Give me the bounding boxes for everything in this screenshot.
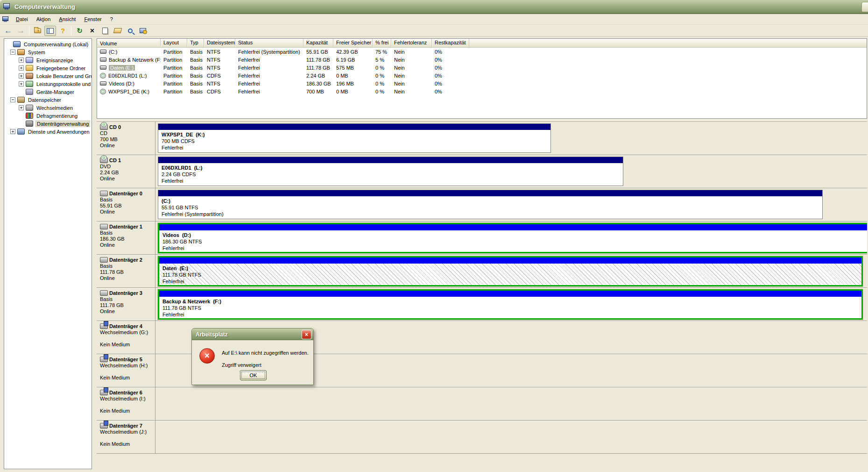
properties-icon (102, 28, 108, 34)
services-icon (17, 129, 25, 135)
disk-graphical-pane: CD 0 CD700 MBOnline WXPSP1_DE (K:)700 MB… (97, 122, 867, 470)
column-header-fehlertoleranz[interactable]: Fehlertoleranz (391, 39, 432, 47)
close-icon: × (305, 331, 308, 338)
ok-button[interactable]: OK (240, 370, 267, 380)
partition-c[interactable]: (C:)55.91 GB NTFSFehlerfrei (Systemparti… (158, 190, 823, 219)
partition-wxpsp1-de[interactable]: WXPSP1_DE (K:)700 MB CDFSFehlerfrei (158, 123, 551, 153)
disk-row-3: Datenträger 3 Basis111.78 GBOnline Backu… (97, 288, 867, 321)
collapse-icon[interactable] (10, 50, 15, 55)
window-titlebar[interactable]: Computerverwaltung (0, 0, 868, 14)
disk-label-2[interactable]: Datenträger 2 Basis111.78 GBOnline (97, 255, 155, 287)
expand-icon[interactable] (19, 105, 24, 110)
expand-icon[interactable] (19, 65, 24, 71)
toolbar: ← → ↑ ? ↻ × (0, 25, 868, 37)
column-header-freier-speicher[interactable]: Freier Speicher (333, 39, 373, 47)
table-row-volume-l[interactable]: E06DXLRD1 (L:) PartitionBasisCDFSFehlerf… (97, 72, 867, 79)
expand-icon[interactable] (10, 129, 15, 134)
forward-button[interactable]: → (15, 26, 27, 36)
column-header-layout[interactable]: Layout (161, 39, 187, 47)
partition-e06dxlrd1[interactable]: E06DXLRD1 (L:)2.24 GB CDFSFehlerfrei (158, 157, 623, 186)
column-header-dateisystem[interactable]: Dateisystem (204, 39, 235, 47)
refresh-button[interactable]: ↻ (74, 26, 85, 36)
disk-row-cd1: CD 1 DVD2.24 GBOnline E06DXLRD1 (L:)2.24… (97, 155, 867, 188)
tree-item-ereignisanzeige[interactable]: Ereignisanzeige (4, 56, 92, 64)
menu-datei[interactable]: Datei (12, 14, 32, 24)
manage-button[interactable] (137, 26, 148, 36)
disk-label-6[interactable]: Datenträger 6 Wechselmedium (I:)Kein Med… (97, 387, 155, 420)
menu-ansicht[interactable]: Ansicht (55, 14, 80, 24)
search-button[interactable] (124, 26, 136, 36)
disk-label-cd1[interactable]: CD 1 DVD2.24 GBOnline (97, 155, 155, 188)
partition-videos-d[interactable]: Videos (D:)186.30 GB NTFSFehlerfrei (158, 223, 867, 253)
caption-button-partial[interactable] (861, 2, 868, 12)
disk-icon (100, 50, 106, 54)
tree-item-freigegebene-ordner[interactable]: Freigegebene Ordner (4, 64, 92, 72)
partition-backup-f[interactable]: Backup & Netzwerk (F:)111.78 GB NTFSFehl… (158, 289, 863, 320)
disk-drive-icon (100, 290, 108, 296)
partition-daten-e-selected[interactable]: Daten (E:)111.78 GB NTFSFehlerfrei (158, 256, 863, 286)
expand-icon[interactable] (19, 81, 24, 86)
disk-management-icon (26, 121, 33, 127)
table-row-volume-k[interactable]: WXPSP1_DE (K:) PartitionBasisCDFSFehlerf… (97, 87, 867, 95)
logical-drive-band (159, 257, 861, 264)
disk-icon (100, 81, 106, 86)
show-console-tree-button[interactable] (44, 26, 56, 36)
toolbar-separator (71, 27, 71, 35)
primary-partition-band (158, 190, 822, 196)
tree-item-datenspeicher[interactable]: Datenspeicher (4, 96, 92, 104)
error-dialog: Arbeitsplatz × × Auf E:\ kann nicht zuge… (191, 328, 314, 385)
delete-button[interactable]: × (86, 26, 98, 36)
device-manager-icon (26, 89, 33, 95)
dialog-message-line2: Zugriff verweigert (222, 362, 261, 368)
disk-label-5[interactable]: Datenträger 5 Wechselmedium (H:)Kein Med… (97, 354, 155, 387)
close-button[interactable]: × (302, 330, 311, 339)
properties-button[interactable] (99, 26, 111, 36)
table-row-volume-c[interactable]: (C:) PartitionBasisNTFSFehlerfrei (Syste… (97, 48, 867, 56)
table-row-volume-f[interactable]: Backup & Netzwerk (F:) PartitionBasisNTF… (97, 56, 867, 64)
tree-item-datentraegerverwaltung[interactable]: Datenträgerverwaltung (4, 120, 92, 128)
column-header-restkapazitaet[interactable]: Restkapazität (432, 39, 469, 47)
expand-icon[interactable] (19, 57, 24, 63)
column-header-status[interactable]: Status (235, 39, 303, 47)
disk-row-7: Datenträger 7 Wechselmedium (J:)Kein Med… (97, 421, 867, 454)
disk-label-0[interactable]: Datenträger 0 Basis55.91 GBOnline (97, 188, 155, 221)
disk-label-3[interactable]: Datenträger 3 Basis111.78 GBOnline (97, 288, 155, 321)
open-folder-icon (113, 28, 121, 33)
search-icon (128, 29, 133, 33)
storage-icon (17, 97, 25, 103)
disk-label-1[interactable]: Datenträger 1 Basis186.30 GBOnline (97, 222, 155, 254)
manage-computer-icon (140, 28, 146, 33)
tree-item-leistungsprotokolle[interactable]: Leistungsprotokolle und Warn (4, 80, 92, 88)
column-header-pct-frei[interactable]: % frei (373, 39, 391, 47)
column-header-typ[interactable]: Typ (187, 39, 204, 47)
console-tree-pane: Computerverwaltung (Lokal) System Ereign… (4, 38, 92, 469)
tree-item-computerverwaltung[interactable]: Computerverwaltung (Lokal) (4, 40, 92, 48)
disk-label-cd0[interactable]: CD 0 CD700 MBOnline (97, 122, 155, 155)
table-row-volume-d[interactable]: Videos (D:) PartitionBasisNTFSFehlerfrei… (97, 79, 867, 87)
tree-item-defragmentierung[interactable]: Defragmentierung (4, 112, 92, 120)
tree-item-system[interactable]: System (4, 48, 92, 56)
dialog-titlebar[interactable]: Arbeitsplatz × (192, 329, 313, 340)
disk-label-4[interactable]: Datenträger 4 Wechselmedium (G:)Kein Med… (97, 321, 155, 354)
tree-item-lokale-benutzer[interactable]: Lokale Benutzer und Grupper (4, 72, 92, 80)
back-button[interactable]: ← (2, 26, 14, 36)
help-button[interactable]: ? (57, 26, 69, 36)
logical-drive-band (159, 224, 867, 230)
up-level-button[interactable]: ↑ (32, 26, 43, 36)
tree-item-geraete-manager[interactable]: Geräte-Manager (4, 88, 92, 96)
expand-icon[interactable] (19, 73, 24, 79)
column-header-volume[interactable]: Volume (97, 39, 161, 47)
menu-help[interactable]: ? (106, 14, 117, 24)
open-button[interactable] (112, 26, 123, 36)
column-header-kapazitaet[interactable]: Kapazität (303, 39, 333, 47)
menu-aktion[interactable]: Aktion (32, 14, 55, 24)
dialog-title: Arbeitsplatz (196, 331, 228, 338)
table-row-volume-e-selected[interactable]: Daten (E:) PartitionBasisNTFSFehlerfrei1… (97, 64, 867, 72)
tree-item-wechselmedien[interactable]: Wechselmedien (4, 104, 92, 112)
console-window-icon[interactable] (2, 16, 10, 22)
disk-label-7[interactable]: Datenträger 7 Wechselmedium (J:)Kein Med… (97, 421, 155, 453)
menu-fenster[interactable]: Fenster (80, 14, 106, 24)
disk-row-1: Datenträger 1 Basis186.30 GBOnline Video… (97, 222, 867, 255)
tree-item-dienste[interactable]: Dienste und Anwendungen (4, 128, 92, 136)
collapse-icon[interactable] (10, 97, 15, 102)
